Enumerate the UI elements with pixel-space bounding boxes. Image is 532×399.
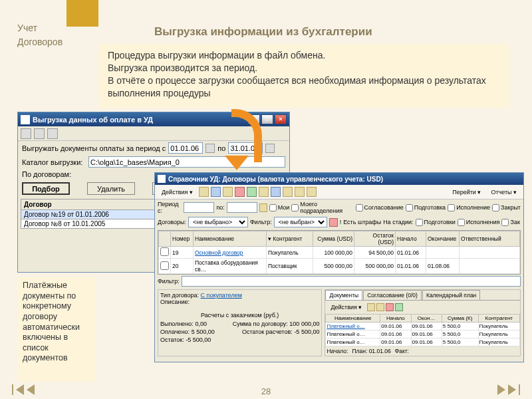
period-from-input[interactable] <box>184 202 214 213</box>
period-label: Выгружать документы оплаты за период с <box>22 144 166 152</box>
stage-exec[interactable]: Исполнения <box>458 219 500 226</box>
filter2-input[interactable] <box>182 276 521 287</box>
on-stage-label: На стадии: <box>383 219 413 225</box>
filter-label: Фильтр: <box>250 219 272 225</box>
stage-close[interactable]: Зак <box>501 219 519 226</box>
last-icon[interactable] <box>519 384 520 395</box>
chk-agree[interactable]: Согласование <box>356 204 404 211</box>
next-icon[interactable] <box>497 384 505 395</box>
chk-prep[interactable]: Подготовка <box>406 204 446 211</box>
chk-closed[interactable]: Закрыт <box>492 204 521 211</box>
doc-new-icon[interactable] <box>367 303 375 311</box>
ref-title: Справочник УД: Договоры (валюта управлен… <box>168 176 383 183</box>
chk-exec[interactable]: Исполнение <box>448 204 490 211</box>
tab-documents[interactable]: Документы <box>325 290 362 300</box>
period-to-input[interactable] <box>227 202 257 213</box>
doc-delete-icon[interactable] <box>386 303 394 311</box>
period-to-label: по <box>217 144 225 152</box>
by-contracts-label: По договорам: <box>22 170 71 178</box>
calc-title: Расчеты с заказчиком (руб.) <box>160 311 319 320</box>
doc-row[interactable]: Платежный о…09.01.0609.01.065 500,0Покуп… <box>326 331 520 338</box>
reports-menu[interactable]: Отчеты ▾ <box>487 186 521 198</box>
doc-edit-icon[interactable] <box>376 303 384 311</box>
stage-prep[interactable]: Подготовки <box>416 219 456 226</box>
filter-select[interactable]: <не выбран> <box>274 217 327 227</box>
filter2-label: Фильтр: <box>158 278 180 285</box>
copy-icon[interactable] <box>211 187 221 197</box>
sidebar-line1: Учет <box>17 21 63 35</box>
sidebar-title: Учет Договоров <box>17 21 63 49</box>
edit-icon[interactable] <box>223 187 233 197</box>
refresh-icon[interactable] <box>247 187 257 197</box>
reference-window: Справочник УД: Договоры (валюта управлен… <box>154 172 524 362</box>
help-icon[interactable] <box>47 128 58 139</box>
page-number: 28 <box>261 386 271 396</box>
period-to-label: по: <box>216 204 224 211</box>
doc-refresh-icon[interactable] <box>395 303 403 311</box>
intro-text: Процедура выгрузки информации в файл обм… <box>98 44 509 108</box>
actions-menu[interactable]: Действия ▾ <box>158 186 197 198</box>
contracts-label: Договоры: <box>158 219 186 225</box>
clear-filter-icon[interactable] <box>329 218 338 227</box>
app-icon <box>21 115 30 124</box>
ref-toolbar: Действия ▾ Перейти ▾ Отчеты ▾ <box>155 185 523 200</box>
type-link[interactable]: С покупателем <box>201 292 242 299</box>
status-start: Начало: <box>327 348 348 354</box>
arrow-connector <box>231 109 278 182</box>
status-fact: Факт: <box>395 348 409 354</box>
new-icon[interactable] <box>199 187 209 197</box>
type-label: Тип договора: <box>160 292 199 299</box>
doc-row[interactable]: Платежный о…09.01.0609.01.065 500,0Покуп… <box>326 338 520 346</box>
filter-icon[interactable] <box>259 187 269 197</box>
grid-row[interactable]: 20 Поставка оборудования св… Поставщик 5… <box>159 259 520 274</box>
chk-dept[interactable]: Моего подразделения <box>291 201 353 214</box>
row-checkbox[interactable] <box>160 247 169 256</box>
has-fines-label: Есть штрафы <box>343 219 381 225</box>
sort-icon[interactable] <box>271 187 281 197</box>
contract-link[interactable]: Основной договор <box>195 249 243 256</box>
grid-row[interactable]: 19 Основной договор Покупатель 100 000,0… <box>159 247 520 259</box>
nav-fwd-group <box>497 384 520 395</box>
date-from-input[interactable] <box>168 142 203 154</box>
tab-agreement[interactable]: Согласование (0/0) <box>363 290 422 300</box>
footnote-box: Платёжные документы по конкретному догов… <box>17 277 96 382</box>
separator: ! <box>340 219 342 225</box>
sidebar-line2: Договоров <box>17 35 63 49</box>
row-checkbox[interactable] <box>160 261 169 270</box>
home-icon[interactable] <box>34 128 45 139</box>
next-icon[interactable] <box>508 384 516 395</box>
find-icon[interactable] <box>283 187 293 197</box>
details-panel: Тип договора: С покупателем Описание: Ра… <box>158 289 322 356</box>
prev-icon[interactable] <box>27 384 35 395</box>
doc-row[interactable]: Платежный о…09.01.0609.01.065 500,0Покуп… <box>326 323 520 331</box>
prev-icon[interactable] <box>16 384 24 395</box>
ref-titlebar: Справочник УД: Договоры (валюта управлен… <box>155 173 523 185</box>
calendar-icon[interactable] <box>205 144 215 153</box>
decoration-block <box>66 0 98 27</box>
info-icon[interactable] <box>307 187 317 197</box>
documents-panel: Документы Согласование (0/0) Календарный… <box>325 289 521 356</box>
tab-calendar[interactable]: Календарный план <box>422 290 480 300</box>
grid-header-row: Номер Наименование ▾ Контрагент Сумма (U… <box>159 231 520 247</box>
settings-icon[interactable] <box>295 187 305 197</box>
goto-menu[interactable]: Перейти ▾ <box>448 186 485 198</box>
run-icon[interactable] <box>21 128 31 139</box>
delete-button[interactable]: Удалить <box>87 182 135 195</box>
first-icon[interactable] <box>12 384 13 395</box>
export-title: Выгрузка данных об оплате в УД <box>33 116 153 124</box>
page-title: Выгрузка информации из бухгалтерии <box>154 25 372 39</box>
catalog-label: Каталог выгрузки: <box>22 158 86 166</box>
main-grid[interactable]: Номер Наименование ▾ Контрагент Сумма (U… <box>158 230 521 275</box>
nav-back-group <box>12 384 35 395</box>
app-icon <box>158 175 166 183</box>
contracts-select[interactable]: <не выбрано> <box>188 217 248 227</box>
delete-icon[interactable] <box>235 187 245 197</box>
doc-actions-menu[interactable]: Действия ▾ <box>327 301 366 313</box>
desc-label: Описание: <box>160 299 319 305</box>
calendar-icon[interactable] <box>259 203 267 212</box>
chk-my[interactable]: Мои <box>269 204 290 211</box>
select-button[interactable]: Подбор <box>22 182 70 195</box>
period-from-label: Период с: <box>158 201 182 214</box>
